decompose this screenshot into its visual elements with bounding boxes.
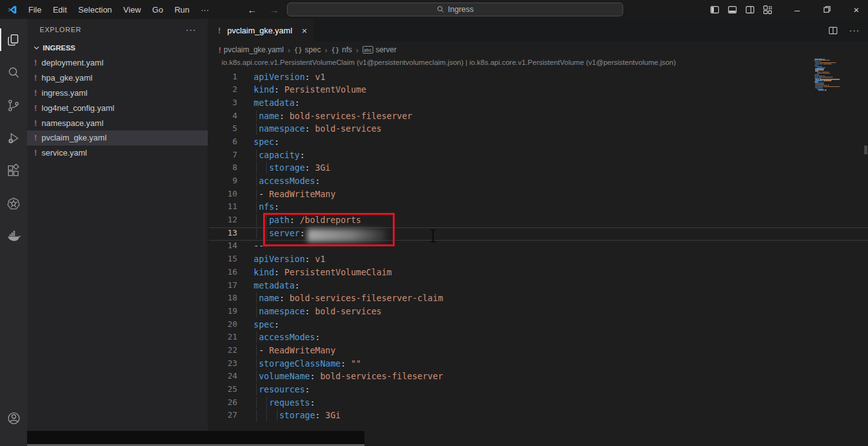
file-item[interactable]: !pvclaim_gke.yaml: [27, 130, 208, 146]
search-icon: [437, 6, 444, 13]
breadcrumb-item-nfs[interactable]: {}nfs: [331, 45, 352, 54]
code-line[interactable]: 25 resources:: [208, 383, 868, 396]
problem-badge: !: [31, 103, 40, 113]
source-control-icon[interactable]: [0, 89, 27, 122]
yaml-schema-lens[interactable]: io.k8s.api.core.v1.PersistentVolumeClaim…: [222, 59, 676, 66]
symbol-string-icon: abc: [363, 46, 373, 54]
tab-label: pvclaim_gke.yaml: [227, 26, 292, 35]
code-line[interactable]: 10 - ReadWriteMany: [208, 188, 868, 201]
indent-guide: [256, 384, 257, 396]
breadcrumb-separator: ›: [288, 45, 290, 55]
code-text: spec:: [237, 135, 279, 149]
line-number: 26: [208, 396, 237, 409]
code-line[interactable]: 7 capacity:: [208, 149, 868, 162]
code-line[interactable]: 15apiVersion: v1: [208, 253, 868, 266]
menu-item-view[interactable]: View: [118, 0, 147, 19]
minimap[interactable]: [814, 59, 843, 91]
code-line[interactable]: 3metadata:: [208, 96, 868, 110]
toggle-panel-icon[interactable]: [728, 5, 737, 14]
code-line[interactable]: 1apiVersion: v1: [208, 71, 868, 84]
code-line[interactable]: 26 requests:: [208, 396, 868, 409]
menu-item-[interactable]: ···: [195, 0, 215, 19]
menu-item-selection[interactable]: Selection: [72, 0, 117, 19]
breadcrumb-item-spec[interactable]: {}spec: [294, 45, 321, 54]
scrollbar-thumb[interactable]: [864, 146, 867, 154]
indent-guide: [256, 188, 257, 200]
mouse-ibeam-cursor: [429, 229, 437, 243]
code-line[interactable]: 11 nfs:: [208, 200, 868, 214]
code-line[interactable]: 21 accessModes:: [208, 331, 868, 344]
search-sidebar-icon[interactable]: [0, 56, 27, 89]
breadcrumb-item-server[interactable]: abcserver: [363, 45, 397, 54]
line-number: 11: [208, 200, 237, 214]
explorer-icon[interactable]: [0, 23, 27, 56]
restore-button[interactable]: [812, 0, 842, 19]
code-line[interactable]: 16kind: PersistentVolumeClaim: [208, 266, 868, 279]
command-center-search[interactable]: Ingress: [287, 3, 623, 16]
code-text: storage: 3Gi: [237, 161, 330, 174]
code-line[interactable]: 22 - ReadWriteMany: [208, 344, 868, 357]
kubernetes-icon[interactable]: [0, 187, 27, 220]
code-text: - ReadWriteMany: [237, 344, 335, 357]
code-line[interactable]: 4 name: bold-services-fileserver: [208, 110, 868, 123]
file-item[interactable]: !service.yaml: [27, 146, 208, 161]
run-and-debug-icon[interactable]: [0, 122, 27, 154]
indent-guide: [256, 214, 257, 226]
tab-pvclaim-gke-yaml[interactable]: ! pvclaim_gke.yaml ×: [208, 19, 313, 42]
accounts-icon[interactable]: [0, 402, 27, 435]
problem-badge: !: [31, 118, 40, 128]
code-line[interactable]: 18 name: bold-services-fileserver-claim: [208, 292, 868, 305]
file-name: namespace.yaml: [42, 118, 103, 128]
menu-item-go[interactable]: Go: [147, 0, 169, 19]
code-line[interactable]: 6spec:: [208, 135, 868, 149]
tab-close-icon[interactable]: ×: [302, 25, 307, 36]
code-line[interactable]: 5 namespace: bold-services: [208, 122, 868, 135]
code-line[interactable]: 17metadata:: [208, 279, 868, 292]
code-line[interactable]: 19 namespace: bold-services: [208, 305, 868, 318]
menu-item-run[interactable]: Run: [169, 0, 195, 19]
menu-item-file[interactable]: File: [23, 0, 47, 19]
code-line[interactable]: 24 volumeName: bold-services-fileserver: [208, 370, 868, 383]
close-window-button[interactable]: ×: [842, 0, 868, 19]
indent-guide: [256, 306, 257, 317]
nav-back-icon[interactable]: ←: [247, 4, 257, 15]
breadcrumb-separator: ›: [356, 45, 358, 55]
split-editor-icon[interactable]: [828, 26, 838, 35]
file-item[interactable]: !namespace.yaml: [27, 115, 208, 130]
code-line[interactable]: 23 storageClassName: "": [208, 357, 868, 370]
line-number: 8: [208, 161, 237, 174]
problem-badge: !: [31, 148, 40, 157]
folder-section-ingress[interactable]: INGRESS: [27, 40, 208, 55]
customize-layout-icon[interactable]: [763, 5, 772, 14]
code-text: accessModes:: [237, 174, 320, 188]
code-line[interactable]: 27 storage: 3Gi: [208, 409, 868, 422]
code-text: metadata:: [237, 279, 300, 292]
problem-badge: !: [31, 58, 40, 67]
file-item[interactable]: !hpa_gke.yaml: [27, 71, 208, 86]
file-item[interactable]: !ingress.yaml: [27, 86, 208, 101]
breadcrumb-item-pvclaim-gke-yaml[interactable]: !pvclaim_gke.yaml: [218, 45, 284, 55]
code-text: accessModes:: [237, 331, 320, 344]
nav-forward-icon[interactable]: →: [269, 4, 279, 15]
code-line[interactable]: 9 accessModes:: [208, 174, 868, 188]
file-item[interactable]: !deployment.yaml: [27, 55, 208, 71]
editor-more-actions-icon[interactable]: ···: [849, 25, 860, 35]
menu-item-edit[interactable]: Edit: [47, 0, 72, 19]
file-list: !deployment.yaml!hpa_gke.yaml!ingress.ya…: [27, 55, 208, 161]
minimize-button[interactable]: –: [782, 0, 812, 19]
menubar: FileEditSelectionViewGoRun···: [23, 0, 215, 19]
toggle-secondary-sidebar-icon[interactable]: [745, 5, 755, 14]
code-text: capacity:: [237, 149, 305, 162]
docker-icon[interactable]: [0, 220, 27, 253]
explorer-more-actions[interactable]: ···: [186, 25, 196, 35]
code-line[interactable]: 20spec:: [208, 318, 868, 331]
code-line[interactable]: 8 storage: 3Gi: [208, 161, 868, 174]
toggle-sidebar-icon[interactable]: [710, 5, 719, 14]
line-number: 19: [208, 305, 237, 318]
indent-guide: [256, 201, 257, 213]
code-line[interactable]: 2kind: PersistentVolume: [208, 83, 868, 96]
indent-guide: [266, 397, 267, 409]
extensions-icon[interactable]: [0, 154, 27, 187]
line-number: 9: [208, 174, 237, 188]
file-item[interactable]: !log4net_config.yaml: [27, 100, 208, 115]
